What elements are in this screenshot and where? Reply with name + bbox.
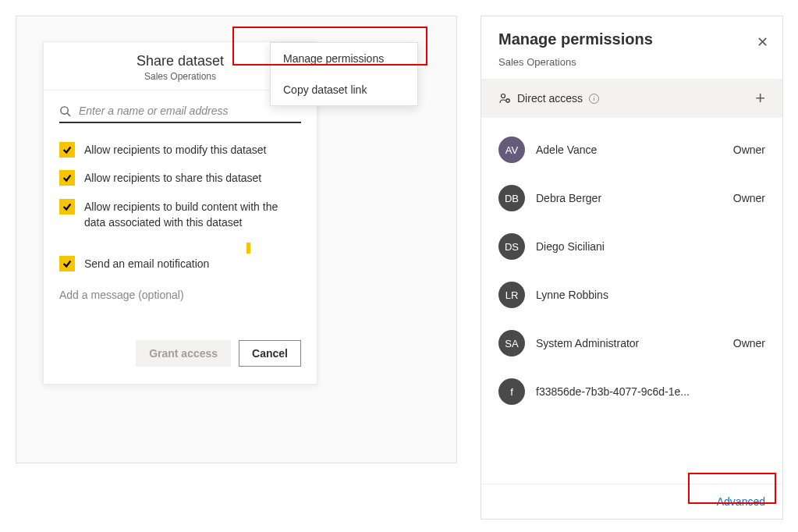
avatar: LR bbox=[498, 282, 525, 308]
more-options-dropdown: Manage permissions Copy dataset link bbox=[270, 42, 418, 106]
checkbox-row[interactable]: Allow recipients to share this dataset bbox=[59, 170, 301, 186]
avatar: f bbox=[498, 378, 525, 405]
info-icon[interactable]: i bbox=[589, 94, 599, 104]
manage-permissions-panel: Manage permissions ✕ Sales Operations Di… bbox=[481, 16, 783, 520]
user-role: Owner bbox=[733, 192, 765, 204]
share-dialog-body: Allow recipients to modify this datasetA… bbox=[44, 90, 317, 384]
checkbox-label: Allow recipients to modify this dataset bbox=[84, 142, 266, 158]
dialog-button-row: Grant access Cancel bbox=[59, 340, 301, 367]
share-dataset-backdrop: Share dataset Sales Operations ⋯ Allow r… bbox=[16, 16, 457, 463]
avatar: SA bbox=[498, 330, 525, 356]
checkbox-checked-icon bbox=[59, 199, 75, 215]
direct-access-label: Direct access bbox=[517, 92, 583, 105]
svg-point-0 bbox=[61, 106, 68, 113]
checkbox-label: Send an email notification bbox=[84, 256, 209, 271]
message-textarea[interactable]: Add a message (optional) bbox=[59, 284, 301, 301]
user-row[interactable]: SASystem AdministratorOwner bbox=[498, 319, 765, 367]
avatar: DB bbox=[498, 185, 525, 211]
user-name: Lynne Robbins bbox=[536, 289, 765, 301]
user-role: Owner bbox=[733, 337, 765, 349]
user-role: Owner bbox=[733, 144, 765, 156]
manage-permissions-title: Manage permissions bbox=[498, 30, 765, 48]
direct-access-label-group: Direct access i bbox=[498, 92, 599, 105]
checkbox-checked-icon bbox=[59, 256, 75, 271]
user-name: Diego Siciliani bbox=[536, 240, 765, 253]
manage-permissions-subtitle: Sales Operations bbox=[498, 56, 765, 68]
person-gear-icon bbox=[498, 92, 511, 105]
user-name: Debra Berger bbox=[536, 192, 733, 204]
user-name: f33856de-7b3b-4077-9c6d-1e... bbox=[536, 385, 765, 398]
checkbox-checked-icon bbox=[59, 170, 75, 186]
manage-permissions-footer: Advanced bbox=[481, 484, 782, 519]
user-row[interactable]: LRLynne Robbins bbox=[498, 271, 765, 319]
svg-point-2 bbox=[502, 94, 505, 98]
menu-item-copy-dataset-link[interactable]: Copy dataset link bbox=[271, 74, 417, 105]
avatar: DS bbox=[498, 233, 525, 260]
checkbox-row[interactable]: Allow recipients to build content with t… bbox=[59, 199, 301, 231]
search-icon bbox=[59, 105, 71, 117]
share-dataset-dialog: Share dataset Sales Operations ⋯ Allow r… bbox=[43, 41, 317, 385]
user-row[interactable]: AVAdele VanceOwner bbox=[498, 126, 765, 174]
avatar: AV bbox=[498, 137, 525, 163]
user-row[interactable]: DBDebra BergerOwner bbox=[498, 174, 765, 222]
checkbox-row[interactable]: Allow recipients to modify this dataset bbox=[59, 142, 301, 158]
grant-access-button[interactable]: Grant access bbox=[136, 340, 231, 367]
checkbox-checked-icon bbox=[59, 142, 75, 158]
recipient-search-row bbox=[59, 105, 301, 123]
svg-line-1 bbox=[67, 113, 70, 116]
add-user-button[interactable]: + bbox=[755, 88, 765, 108]
recipient-search-input[interactable] bbox=[79, 105, 301, 117]
direct-access-section-header: Direct access i + bbox=[481, 79, 782, 118]
checkbox-label: Allow recipients to build content with t… bbox=[84, 199, 301, 231]
manage-permissions-header: Manage permissions ✕ Sales Operations bbox=[481, 16, 782, 79]
text-cursor bbox=[246, 243, 250, 254]
user-name: System Administrator bbox=[536, 337, 733, 349]
user-row[interactable]: ff33856de-7b3b-4077-9c6d-1e... bbox=[498, 367, 765, 416]
cancel-button[interactable]: Cancel bbox=[239, 340, 301, 367]
close-button[interactable]: ✕ bbox=[757, 34, 768, 51]
checkbox-row[interactable]: Send an email notification bbox=[59, 256, 301, 271]
user-row[interactable]: DSDiego Siciliani bbox=[498, 222, 765, 271]
checkbox-label: Allow recipients to share this dataset bbox=[84, 170, 261, 186]
advanced-link[interactable]: Advanced bbox=[717, 495, 765, 508]
menu-item-manage-permissions[interactable]: Manage permissions bbox=[271, 43, 417, 74]
user-list: AVAdele VanceOwnerDBDebra BergerOwnerDSD… bbox=[481, 118, 782, 484]
user-name: Adele Vance bbox=[536, 144, 733, 156]
